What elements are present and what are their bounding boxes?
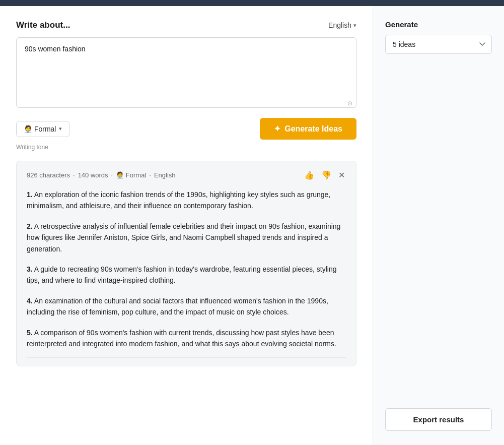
write-about-header: Write about... English ▾ [16, 20, 356, 30]
thumbs-up-button[interactable]: 👍 [303, 169, 315, 181]
idea-number-3: 3. [27, 265, 33, 273]
language-selector[interactable]: English ▾ [328, 21, 356, 29]
write-textarea[interactable] [16, 37, 356, 108]
meta-language: English [154, 171, 176, 179]
ideas-list: 1. An exploration of the iconic fashion … [27, 189, 346, 349]
left-panel: Write about... English ▾ ⊙ 🧑‍💼 Formal ▾ … [0, 6, 373, 445]
export-results-button[interactable]: Export results [385, 408, 492, 431]
idea-item-1: 1. An exploration of the iconic fashion … [27, 189, 346, 212]
chevron-down-icon: ▾ [353, 22, 356, 29]
idea-item-2: 2. A retrospective analysis of influenti… [27, 221, 346, 255]
top-bar [0, 0, 504, 6]
thumbs-down-button[interactable]: 👎 [320, 169, 332, 181]
right-panel: Generate 1 idea 2 ideas 3 ideas 4 ideas … [373, 6, 504, 445]
results-meta-right: 👍 👎 ✕ [303, 169, 346, 181]
idea-number-5: 5. [27, 329, 33, 337]
separator-2: · [111, 171, 113, 179]
generate-label: Generate [385, 20, 492, 29]
main-container: Write about... English ▾ ⊙ 🧑‍💼 Formal ▾ … [0, 6, 504, 445]
separator-3: · [149, 171, 151, 179]
tone-label: 🧑‍💼 Formal [24, 125, 56, 133]
resize-handle-icon: ⊙ [346, 100, 353, 107]
generate-ideas-button[interactable]: ✦ Generate Ideas [260, 118, 356, 140]
idea-number-2: 2. [27, 222, 33, 230]
separator-1: · [73, 171, 75, 179]
textarea-wrapper: ⊙ [16, 37, 356, 110]
divider [27, 357, 346, 358]
results-card: 926 characters · 140 words · 🧑‍💼 Formal … [16, 161, 356, 366]
meta-tone: 🧑‍💼 Formal [116, 171, 146, 179]
right-panel-top: Generate 1 idea 2 ideas 3 ideas 4 ideas … [385, 20, 492, 54]
tone-button[interactable]: 🧑‍💼 Formal ▾ [16, 121, 69, 137]
right-panel-bottom: Export results [385, 408, 492, 431]
words-count: 140 words [78, 171, 108, 179]
characters-count: 926 characters [27, 171, 70, 179]
ideas-count-select[interactable]: 1 idea 2 ideas 3 ideas 4 ideas 5 ideas 1… [385, 35, 492, 54]
sparkle-icon: ✦ [274, 124, 280, 134]
idea-number-4: 4. [27, 297, 33, 305]
language-label: English [328, 21, 351, 29]
generate-btn-label: Generate Ideas [284, 124, 342, 134]
idea-item-4: 4. An examination of the cultural and so… [27, 295, 346, 318]
idea-item-3: 3. A guide to recreating 90s women's fas… [27, 264, 346, 286]
writing-tone-label: Writing tone [16, 144, 356, 151]
tone-chevron-icon: ▾ [59, 125, 62, 132]
results-meta-left: 926 characters · 140 words · 🧑‍💼 Formal … [27, 171, 176, 179]
idea-item-5: 5. A comparison of 90s women's fashion w… [27, 327, 346, 350]
write-about-title: Write about... [16, 20, 70, 30]
results-meta: 926 characters · 140 words · 🧑‍💼 Formal … [27, 169, 346, 181]
controls-row: 🧑‍💼 Formal ▾ ✦ Generate Ideas [16, 118, 356, 140]
idea-number-1: 1. [27, 190, 33, 199]
close-button[interactable]: ✕ [337, 169, 346, 181]
